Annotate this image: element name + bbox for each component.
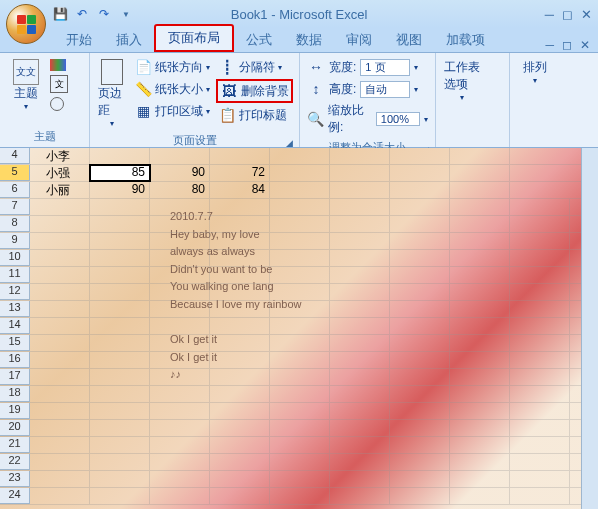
cell[interactable]: 小李 xyxy=(30,148,90,164)
cell[interactable] xyxy=(510,471,570,487)
cell[interactable] xyxy=(210,199,270,215)
save-icon[interactable]: 💾 xyxy=(52,6,68,22)
tab-data[interactable]: 数据 xyxy=(284,28,334,52)
cell[interactable] xyxy=(450,437,510,453)
cell[interactable] xyxy=(330,471,390,487)
cell[interactable] xyxy=(90,199,150,215)
cell[interactable] xyxy=(390,386,450,402)
cell[interactable] xyxy=(450,165,510,181)
tab-formulas[interactable]: 公式 xyxy=(234,28,284,52)
row-header[interactable]: 21 xyxy=(0,437,30,453)
row-header[interactable]: 12 xyxy=(0,284,30,300)
cell[interactable] xyxy=(150,454,210,470)
cell[interactable] xyxy=(90,335,150,351)
cell[interactable] xyxy=(270,318,330,334)
cell[interactable] xyxy=(330,488,390,504)
cell[interactable] xyxy=(30,250,90,266)
row-header[interactable]: 6 xyxy=(0,182,30,198)
cell[interactable] xyxy=(150,216,210,232)
cell[interactable] xyxy=(510,335,570,351)
cell[interactable] xyxy=(330,165,390,181)
print-titles-button[interactable]: 📋打印标题 xyxy=(216,105,293,125)
cell[interactable] xyxy=(330,335,390,351)
cell[interactable] xyxy=(30,216,90,232)
arrange-button[interactable]: 排列▾ xyxy=(514,55,556,89)
row-header[interactable]: 11 xyxy=(0,267,30,283)
cell[interactable] xyxy=(390,165,450,181)
cell[interactable] xyxy=(30,454,90,470)
orientation-button[interactable]: 📄纸张方向▾ xyxy=(132,57,212,77)
cell[interactable] xyxy=(510,488,570,504)
cell[interactable] xyxy=(270,182,330,198)
restore-icon[interactable]: ◻ xyxy=(562,7,573,22)
row-header[interactable]: 4 xyxy=(0,148,30,164)
close-icon[interactable]: ✕ xyxy=(581,7,592,22)
cell[interactable]: 72 xyxy=(210,165,270,181)
cell[interactable] xyxy=(330,199,390,215)
tab-insert[interactable]: 插入 xyxy=(104,28,154,52)
cell[interactable]: 90 xyxy=(90,182,150,198)
mdi-minimize-icon[interactable]: ─ xyxy=(545,38,554,52)
cell[interactable] xyxy=(330,420,390,436)
cell[interactable] xyxy=(270,250,330,266)
cell[interactable]: 85 xyxy=(90,165,150,181)
cell[interactable] xyxy=(90,420,150,436)
cell[interactable] xyxy=(510,233,570,249)
print-area-button[interactable]: ▦打印区域▾ xyxy=(132,101,212,121)
tab-addins[interactable]: 加载项 xyxy=(434,28,497,52)
cell[interactable] xyxy=(30,403,90,419)
cell[interactable] xyxy=(30,301,90,317)
cell[interactable] xyxy=(90,403,150,419)
cell[interactable] xyxy=(450,267,510,283)
cell[interactable] xyxy=(330,301,390,317)
mdi-restore-icon[interactable]: ◻ xyxy=(562,38,572,52)
cell[interactable] xyxy=(390,488,450,504)
cell[interactable] xyxy=(510,437,570,453)
cell[interactable] xyxy=(390,148,450,164)
tab-view[interactable]: 视图 xyxy=(384,28,434,52)
vertical-scrollbar[interactable] xyxy=(581,148,598,509)
cell[interactable]: 小强 xyxy=(30,165,90,181)
cell[interactable] xyxy=(270,165,330,181)
cell[interactable] xyxy=(150,199,210,215)
cell[interactable] xyxy=(30,199,90,215)
cell[interactable] xyxy=(90,250,150,266)
delete-background-button[interactable]: 🖼删除背景 xyxy=(216,79,293,103)
cell[interactable] xyxy=(30,352,90,368)
office-button[interactable] xyxy=(6,4,46,44)
row-header[interactable]: 10 xyxy=(0,250,30,266)
cell[interactable] xyxy=(390,437,450,453)
cell[interactable] xyxy=(510,250,570,266)
cell[interactable] xyxy=(30,369,90,385)
cell[interactable] xyxy=(390,318,450,334)
cell[interactable] xyxy=(210,488,270,504)
row-header[interactable]: 16 xyxy=(0,352,30,368)
cell[interactable] xyxy=(450,148,510,164)
cell[interactable] xyxy=(90,284,150,300)
cell[interactable] xyxy=(150,369,210,385)
cell[interactable] xyxy=(90,352,150,368)
cell[interactable] xyxy=(450,386,510,402)
cell[interactable] xyxy=(450,318,510,334)
cell[interactable] xyxy=(90,216,150,232)
row-header[interactable]: 5 xyxy=(0,165,30,181)
cell[interactable] xyxy=(150,233,210,249)
cell[interactable]: 90 xyxy=(150,165,210,181)
cell[interactable] xyxy=(210,318,270,334)
cell[interactable] xyxy=(390,420,450,436)
cell[interactable] xyxy=(30,471,90,487)
cell[interactable] xyxy=(390,369,450,385)
cell[interactable] xyxy=(210,216,270,232)
cell[interactable] xyxy=(450,369,510,385)
row-header[interactable]: 22 xyxy=(0,454,30,470)
cell[interactable] xyxy=(210,386,270,402)
cell[interactable] xyxy=(90,454,150,470)
cell[interactable] xyxy=(90,301,150,317)
cell[interactable] xyxy=(270,267,330,283)
cell[interactable] xyxy=(390,284,450,300)
height-select[interactable]: 自动 xyxy=(360,81,410,98)
cell[interactable] xyxy=(150,488,210,504)
cell[interactable] xyxy=(30,386,90,402)
cell[interactable] xyxy=(90,267,150,283)
cell[interactable] xyxy=(510,318,570,334)
